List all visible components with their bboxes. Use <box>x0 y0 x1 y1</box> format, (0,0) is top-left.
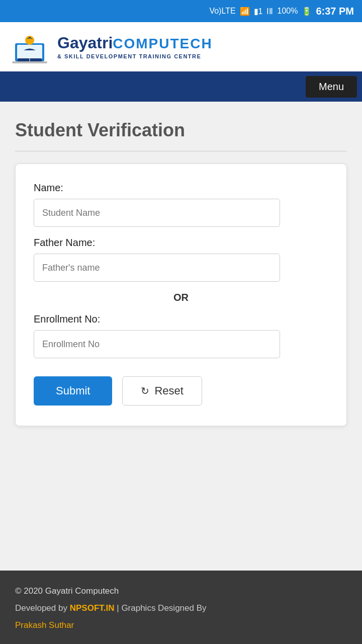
menu-button[interactable]: Menu <box>306 76 357 98</box>
clock: 6:37 PM <box>316 6 354 17</box>
brand-name: GayatriCOMPUTECH <box>57 34 213 52</box>
submit-button[interactable]: Submit <box>34 376 112 406</box>
father-name-label: Father Name: <box>34 237 328 249</box>
logo-text: GayatriCOMPUTECH & SKILL DEVELOPMENT TRA… <box>57 34 213 59</box>
enrollment-label: Enrollment No: <box>34 313 328 325</box>
father-name-input[interactable] <box>34 254 280 282</box>
enrollment-group: Enrollment No: <box>34 313 328 358</box>
brand-computech: COMPUTECH <box>113 36 212 51</box>
page-title: Student Verification <box>15 120 347 141</box>
form-card: Name: Father Name: OR Enrollment No: Sub… <box>15 164 347 426</box>
footer-company: Gayatri Computech <box>45 586 119 596</box>
footer-copyright: © 2020 Gayatri Computech <box>15 583 347 600</box>
svg-rect-6 <box>12 61 47 63</box>
reset-label: Reset <box>154 384 183 397</box>
svg-rect-1 <box>17 45 42 59</box>
reset-icon: ↻ <box>141 385 149 397</box>
footer: © 2020 Gayatri Computech Developed by NP… <box>0 571 362 644</box>
name-input[interactable] <box>34 199 280 227</box>
footer-divider: | <box>117 603 121 613</box>
footer-designer: Prakash Suthar <box>15 617 347 634</box>
logo-image <box>10 29 50 64</box>
battery-icon: 🔋 <box>302 7 312 16</box>
name-label: Name: <box>34 182 328 194</box>
wifi-icon: 📶 <box>240 7 250 16</box>
battery-status: 100% <box>277 7 298 16</box>
dev-prefix: Developed by <box>15 603 67 613</box>
main-content: Student Verification Name: Father Name: … <box>0 102 362 571</box>
sim-icon: ▮1 <box>254 7 263 16</box>
footer-dev: Developed by NPSOFT.IN | Graphics Design… <box>15 600 347 617</box>
brand-gayatri: Gayatri <box>57 34 113 52</box>
father-name-group: Father Name: <box>34 237 328 282</box>
designer-prefix: Graphics Designed By <box>121 603 206 613</box>
brand-subtitle: & SKILL DEVELOPMENT TRAINING CENTRE <box>57 53 213 59</box>
signal-icon: ⅠⅡ <box>266 7 273 16</box>
or-divider: OR <box>34 292 328 303</box>
reset-button[interactable]: ↻ Reset <box>122 376 202 406</box>
enrollment-input[interactable] <box>34 330 280 358</box>
name-group: Name: <box>34 182 328 227</box>
copyright-symbol: © 2020 <box>15 586 43 596</box>
navbar: Menu <box>0 71 362 102</box>
status-icons: Vo)LTE 📶 ▮1 ⅠⅡ 100% 🔋 6:37 PM <box>209 6 354 17</box>
header-logo: GayatriCOMPUTECH & SKILL DEVELOPMENT TRA… <box>0 22 362 71</box>
network-icon: Vo)LTE <box>209 7 235 16</box>
divider <box>15 151 347 151</box>
status-bar: Vo)LTE 📶 ▮1 ⅠⅡ 100% 🔋 6:37 PM <box>0 0 362 22</box>
button-row: Submit ↻ Reset <box>34 376 328 406</box>
dev-name: NPSOFT.IN <box>70 603 115 613</box>
